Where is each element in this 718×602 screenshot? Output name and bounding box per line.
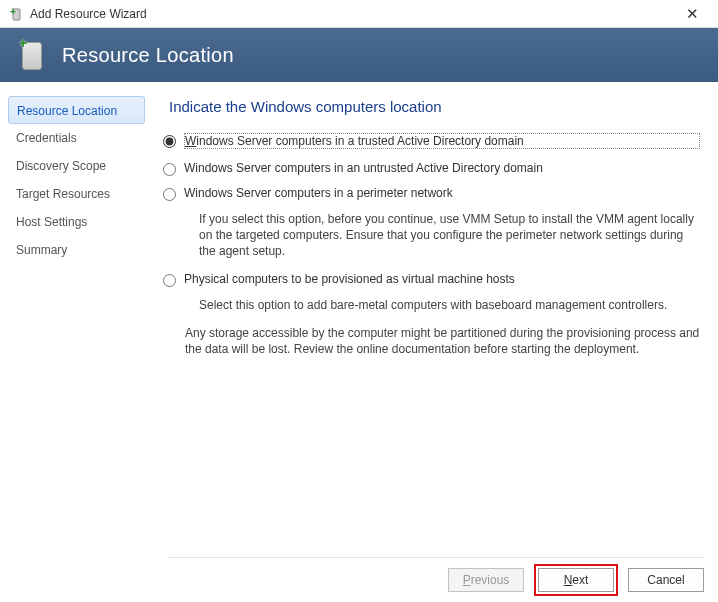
radio-physical[interactable] (163, 274, 176, 287)
main-panel: Indicate the Windows computers location … (153, 82, 718, 602)
option-perimeter[interactable]: Windows Server computers in a perimeter … (163, 186, 700, 201)
wizard-banner: + Resource Location (0, 28, 718, 82)
wizard-footer: Previous Next Cancel (0, 558, 718, 602)
svg-text:+: + (10, 6, 16, 17)
step-host-settings[interactable]: Host Settings (8, 208, 145, 236)
option-physical-description-1: Select this option to add bare-metal com… (199, 297, 700, 313)
option-trusted-domain[interactable]: Windows Server computers in a trusted Ac… (163, 133, 700, 149)
location-options-group: Windows Server computers in a trusted Ac… (163, 133, 700, 357)
app-icon: + (8, 6, 24, 22)
option-physical[interactable]: Physical computers to be provisioned as … (163, 272, 700, 287)
radio-trusted-domain[interactable] (163, 135, 176, 148)
previous-button: Previous (448, 568, 524, 592)
option-perimeter-description: If you select this option, before you co… (199, 211, 700, 260)
banner-title: Resource Location (62, 44, 234, 67)
option-label: indows Server computers in a trusted Act… (196, 134, 523, 148)
option-label: Physical computers to be provisioned as … (184, 272, 515, 286)
step-target-resources[interactable]: Target Resources (8, 180, 145, 208)
option-label: Windows Server computers in an untrusted… (184, 161, 543, 175)
step-credentials[interactable]: Credentials (8, 124, 145, 152)
step-resource-location[interactable]: Resource Location (8, 96, 145, 124)
step-discovery-scope[interactable]: Discovery Scope (8, 152, 145, 180)
option-untrusted-domain[interactable]: Windows Server computers in an untrusted… (163, 161, 700, 176)
wizard-steps-sidebar: Resource Location Credentials Discovery … (0, 82, 153, 602)
title-bar: + Add Resource Wizard ✕ (0, 0, 718, 28)
option-label: Windows Server computers in a perimeter … (184, 186, 453, 200)
option-label-hotkey: W (185, 134, 196, 148)
option-physical-description-2: Any storage accessible by the computer m… (185, 325, 700, 357)
step-summary[interactable]: Summary (8, 236, 145, 264)
close-button[interactable]: ✕ (672, 5, 712, 23)
radio-untrusted-domain[interactable] (163, 163, 176, 176)
window-title: Add Resource Wizard (30, 7, 147, 21)
cancel-button[interactable]: Cancel (628, 568, 704, 592)
next-button[interactable]: Next (538, 568, 614, 592)
next-button-highlight: Next (534, 564, 618, 596)
page-heading: Indicate the Windows computers location (169, 98, 700, 115)
resource-icon: + (18, 40, 48, 70)
radio-perimeter[interactable] (163, 188, 176, 201)
